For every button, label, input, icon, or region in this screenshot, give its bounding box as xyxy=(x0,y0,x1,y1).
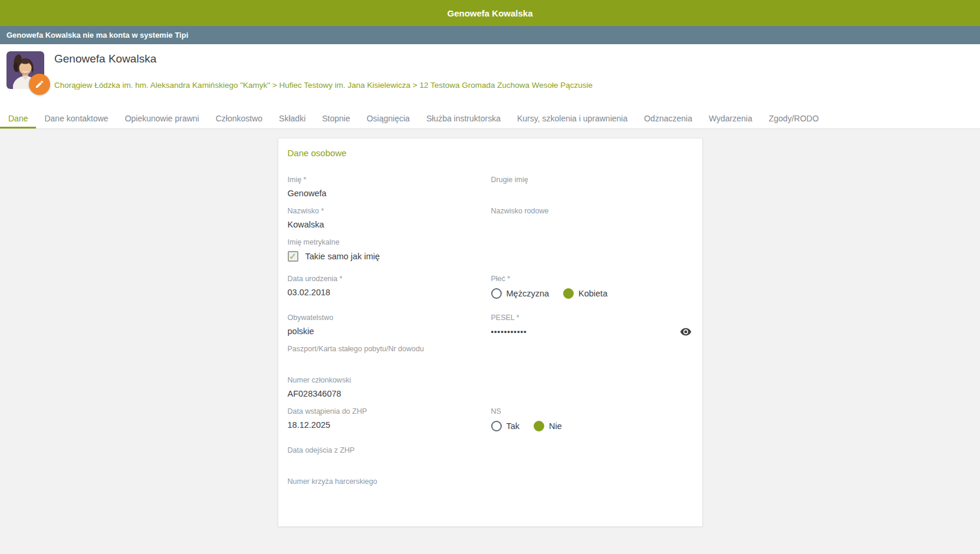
tab-czlonkostwo[interactable]: Członkostwo xyxy=(208,110,271,128)
radio-label: Nie xyxy=(549,421,562,431)
form-row: Obywatelstwo polskie PESEL * ••••••••••• xyxy=(288,314,693,345)
field-label: Numer krzyża harcerskiego xyxy=(288,477,377,486)
form-cell-empty xyxy=(491,446,693,470)
field-label: Nazwisko xyxy=(288,207,320,215)
imie-value: Genowefa xyxy=(288,187,491,200)
tab-dane-kontaktowe[interactable]: Dane kontaktowe xyxy=(36,110,116,128)
required-marker: * xyxy=(304,176,307,184)
obywatelstwo-value: polskie xyxy=(288,325,491,338)
tab-sluzba-instruktorska[interactable]: Służba instruktorska xyxy=(418,110,509,128)
checkbox-takie-samo-jak-imie[interactable]: ✓ Takie samo jak imię xyxy=(288,251,380,262)
breadcrumb-hufiec[interactable]: Hufiec Testowy im. Jana Kisielewicza xyxy=(279,81,410,90)
edit-profile-button[interactable] xyxy=(29,74,50,95)
form-cell-empty xyxy=(491,345,693,369)
form-row: Paszport/Karta stałego pobytu/Nr dowodu xyxy=(288,345,693,376)
field-pesel: PESEL * ••••••••••• xyxy=(491,314,693,338)
field-label: Imię metrykalne xyxy=(288,238,340,246)
field-label: Paszport/Karta stałego pobytu/Nr dowodu xyxy=(288,345,424,353)
breadcrumb-choragiew[interactable]: Chorągiew Łódzka im. hm. Aleksandra Kami… xyxy=(54,81,270,90)
form-row: Imię * Genowefa Drugie imię xyxy=(288,176,693,207)
checkbox-icon: ✓ xyxy=(288,251,298,262)
radio-unchecked-icon xyxy=(491,288,502,299)
tab-bar: Dane Dane kontaktowe Opiekunowie prawni … xyxy=(0,110,980,129)
form-row: Data wstąpienia do ZHP 18.12.2025 NS Tak… xyxy=(288,407,693,446)
check-icon: ✓ xyxy=(289,252,297,260)
breadcrumb: Chorągiew Łódzka im. hm. Aleksandra Kami… xyxy=(54,81,593,90)
profile-header: Genowefa Kowalska Chorągiew Łódzka im. h… xyxy=(0,44,980,110)
field-label: Obywatelstwo xyxy=(288,314,334,322)
field-imie-metrykalne: Imię metrykalne ✓ Takie samo jak imię xyxy=(288,238,491,262)
radio-unchecked-icon xyxy=(491,421,502,431)
field-label: Płeć xyxy=(491,275,505,283)
numer-czlonkowski-value: AF028346078 xyxy=(288,388,491,400)
breadcrumb-separator: > xyxy=(270,81,279,90)
app-bar-title: Genowefa Kowalska xyxy=(447,8,532,18)
breadcrumb-gromada[interactable]: 12 Testowa Gromada Zuchowa Wesołe Pączus… xyxy=(419,81,593,90)
field-obywatelstwo: Obywatelstwo polskie xyxy=(288,314,491,338)
radio-tak[interactable]: Tak xyxy=(491,421,520,431)
radio-label: Mężczyzna xyxy=(507,289,550,298)
form-row: Imię metrykalne ✓ Takie samo jak imię xyxy=(288,238,693,275)
numer-krzyza-value xyxy=(288,489,491,502)
field-ns: NS Tak Nie xyxy=(491,407,693,433)
tab-dane[interactable]: Dane xyxy=(0,110,36,128)
field-data-wstapienia: Data wstąpienia do ZHP 18.12.2025 xyxy=(288,407,491,433)
field-nazwisko-rodowe: Nazwisko rodowe xyxy=(491,207,693,231)
data-odejscia-value xyxy=(288,458,491,470)
tab-osiagniecia[interactable]: Osiągnięcia xyxy=(359,110,418,128)
required-marker: * xyxy=(517,314,519,322)
field-data-urodzenia: Data urodzenia * 03.02.2018 xyxy=(288,275,491,301)
field-nazwisko: Nazwisko * Kowalska xyxy=(288,207,491,231)
tab-odznaczenia[interactable]: Odznaczenia xyxy=(636,110,701,128)
page-title: Genowefa Kowalska xyxy=(54,52,593,65)
content-area: Dane osobowe Imię * Genowefa Drugie imię… xyxy=(0,129,980,554)
tab-wydarzenia[interactable]: Wydarzenia xyxy=(701,110,761,128)
field-label: Nazwisko rodowe xyxy=(491,207,549,215)
nazwisko-value: Kowalska xyxy=(288,219,491,231)
field-data-odejscia: Data odejścia z ZHP xyxy=(288,446,491,470)
field-paszport: Paszport/Karta stałego pobytu/Nr dowodu xyxy=(288,345,491,369)
personal-data-card: Dane osobowe Imię * Genowefa Drugie imię… xyxy=(278,138,703,527)
form-cell-empty xyxy=(491,376,693,400)
tab-opiekunowie-prawni[interactable]: Opiekunowie prawni xyxy=(117,110,208,128)
form-row: Data urodzenia * 03.02.2018 Płeć * Mężcz… xyxy=(288,275,693,314)
required-marker: * xyxy=(321,207,324,215)
data-wstapienia-value: 18.12.2025 xyxy=(288,419,491,431)
form-row: Nazwisko * Kowalska Nazwisko rodowe xyxy=(288,207,693,238)
field-label: Data odejścia z ZHP xyxy=(288,446,355,454)
app-bar: Genowefa Kowalska xyxy=(0,0,980,26)
tab-zgody-rodo[interactable]: Zgody/RODO xyxy=(761,110,827,128)
radio-mezczyzna[interactable]: Mężczyzna xyxy=(491,288,550,299)
required-marker: * xyxy=(507,275,510,283)
field-label: Data urodzenia xyxy=(288,275,338,283)
tab-skladki[interactable]: Składki xyxy=(271,110,314,128)
field-label: Drugie imię xyxy=(491,176,528,184)
drugie-imie-value xyxy=(491,187,693,200)
required-marker: * xyxy=(340,275,343,283)
field-label: Numer członkowski xyxy=(288,376,351,384)
tipi-notice-text: Genowefa Kowalska nie ma konta w systemi… xyxy=(6,31,188,39)
eye-icon[interactable] xyxy=(680,326,692,338)
field-drugie-imie: Drugie imię xyxy=(491,176,693,200)
radio-label: Tak xyxy=(507,421,520,431)
paszport-value xyxy=(288,357,491,369)
radio-label: Kobieta xyxy=(578,289,607,298)
radio-checked-icon xyxy=(563,288,574,299)
field-plec: Płeć * Mężczyzna Kobieta xyxy=(491,275,693,301)
radio-kobieta[interactable]: Kobieta xyxy=(563,288,607,299)
form-cell-empty xyxy=(491,238,693,268)
tab-kursy-szkolenia-uprawnienia[interactable]: Kursy, szkolenia i uprawnienia xyxy=(509,110,636,128)
form-cell-empty xyxy=(491,477,693,502)
pesel-masked-value: ••••••••••• xyxy=(491,325,527,338)
radio-checked-icon xyxy=(534,421,544,431)
field-label: PESEL xyxy=(491,314,515,322)
radio-nie[interactable]: Nie xyxy=(534,421,562,431)
plec-radio-group: Mężczyzna Kobieta xyxy=(491,286,693,301)
form-row: Numer członkowski AF028346078 xyxy=(288,376,693,407)
ns-radio-group: Tak Nie xyxy=(491,419,693,433)
field-label: NS xyxy=(491,407,501,416)
checkbox-label: Takie samo jak imię xyxy=(305,252,380,261)
avatar xyxy=(6,51,44,89)
tab-stopnie[interactable]: Stopnie xyxy=(314,110,358,128)
section-title: Dane osobowe xyxy=(288,148,693,158)
